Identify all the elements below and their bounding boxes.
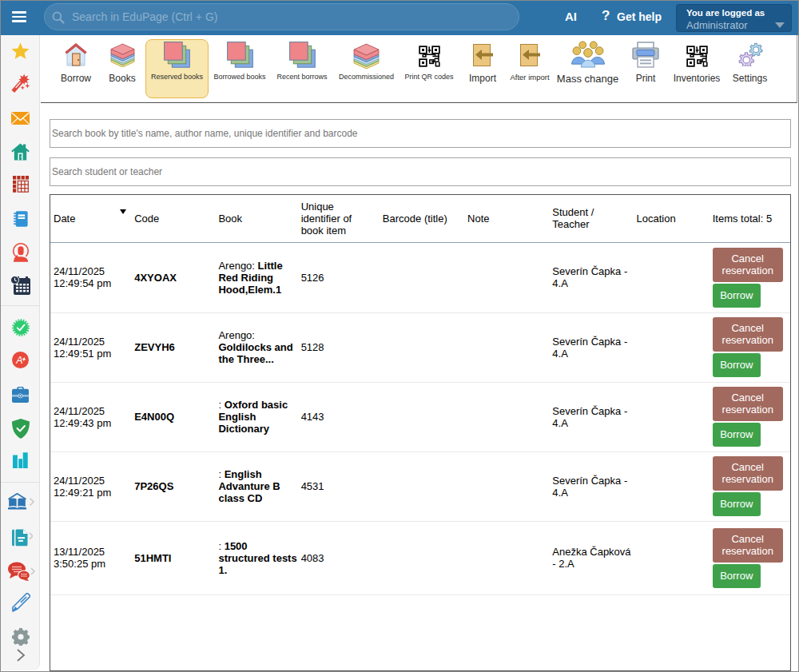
svg-text:A: A <box>15 355 22 366</box>
